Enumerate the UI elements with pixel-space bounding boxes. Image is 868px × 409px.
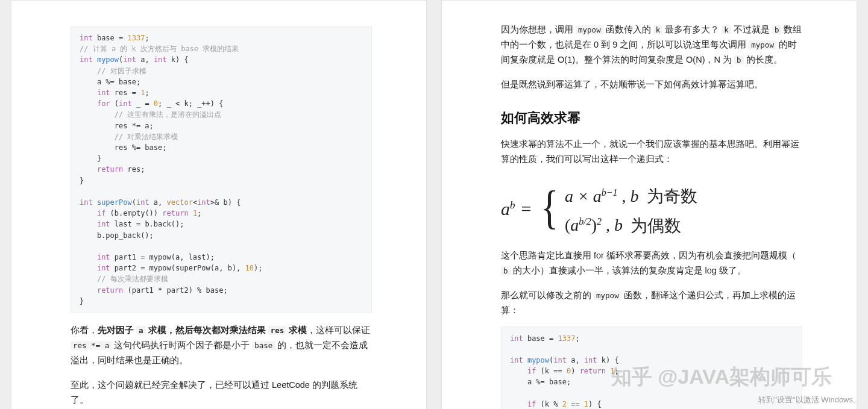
para-left-2: 至此，这个问题就已经完全解决了，已经可以通过 LeetCode 的判题系统了。 [71,378,372,408]
page-left: int base = 1337; // 计算 a 的 k 次方然后与 base … [11,0,427,409]
math-lhs-exp: b [510,199,515,211]
document-viewer: int base = 1337; // 计算 a 的 k 次方然后与 base … [0,0,868,409]
para-right-2: 但是既然说到幂运算了，不妨顺带说一下如何高效计算幂运算吧。 [501,77,802,92]
para-left-1: 你看，先对因子 a 求模，然后每次都对乘法结果 res 求模，这样可以保证 re… [71,323,372,368]
para-right-5: 那么就可以修改之前的 mypow 函数，翻译这个递归公式，再加上求模的运算： [501,288,802,318]
section-heading: 如何高效求幂 [501,109,802,127]
math-lhs-base: a [501,199,510,219]
math-case-even: (ab/2)2 , b 为偶数 [565,209,697,238]
para-right-1: 因为你想想，调用 mypow 函数传入的 k 最多有多大？ k 不过就是 b 数… [501,22,802,67]
math-formula: ab = { a × ab−1 , b 为奇数 (ab/2)2 , b 为偶数 [501,180,802,239]
para-right-3: 快速求幂的算法不止一个，就说一个我们应该掌握的基本思路吧。利用幂运算的性质，我们… [501,137,802,167]
math-equals: = [521,199,532,219]
code-block-left: int base = 1337; // 计算 a 的 k 次方然后与 base … [71,26,372,313]
code-block-right: int base = 1337; int mypow(int a, int k)… [501,326,802,409]
math-brace: { [541,189,559,226]
page-right: 因为你想想，调用 mypow 函数传入的 k 最多有多大？ k 不过就是 b 数… [441,0,857,409]
math-case-odd: a × ab−1 , b 为奇数 [565,180,697,209]
para-right-4: 这个思路肯定比直接用 for 循环求幂要高效，因为有机会直接把问题规模（ b 的… [501,248,802,278]
